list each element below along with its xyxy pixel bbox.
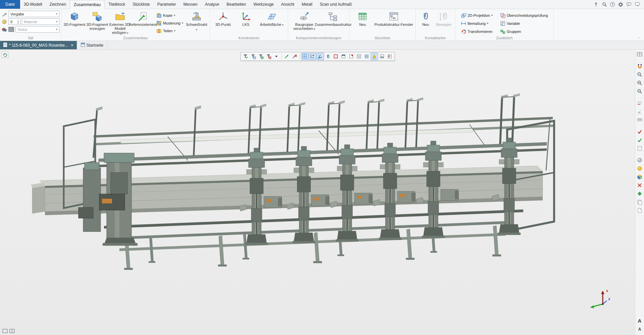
snap-half-icon[interactable]	[378, 53, 386, 60]
filter-faces-icon[interactable]	[257, 53, 265, 60]
snap-axes-icon[interactable]	[317, 53, 324, 60]
check-green-icon[interactable]	[636, 136, 644, 144]
color-swatch[interactable]	[8, 27, 14, 32]
layer-number-stepper[interactable]: 0	[8, 18, 20, 25]
snap-body-icon[interactable]	[355, 53, 363, 60]
snap-clip-icon[interactable]	[324, 53, 332, 60]
magnet-snap-icon[interactable]	[636, 62, 644, 70]
tab-stueckliste[interactable]: Stückliste	[129, 0, 153, 9]
tab-metall[interactable]: Metall	[298, 0, 316, 9]
search-icon[interactable]	[602, 2, 607, 7]
document-tab-active[interactable]: * 115-6-083_00_MAS Rosenbe... ×	[0, 41, 77, 49]
select-cancel-icon[interactable]	[291, 53, 298, 60]
file-menu-button[interactable]: Datei	[0, 0, 20, 9]
pattern-icon	[156, 20, 162, 26]
snap-edge-icon[interactable]	[340, 53, 347, 60]
filter-exclude-icon[interactable]	[265, 53, 272, 60]
tab-zeichnen[interactable]: Zeichnen	[46, 0, 70, 9]
tab-analyse[interactable]: Analyse	[201, 0, 223, 9]
zoom-out-icon[interactable]	[636, 79, 644, 87]
check-red-icon[interactable]	[636, 128, 644, 135]
3d-viewport[interactable]: x z	[0, 50, 635, 335]
filter-list-icon[interactable]	[250, 53, 257, 60]
3d-punkt-button[interactable]: 3D-Punkt	[212, 10, 234, 28]
snap-circle-icon[interactable]	[363, 53, 370, 60]
copy-pages-icon[interactable]	[636, 198, 644, 206]
externes-3d-modell-button[interactable]: Externes 3D-Modell einfügen	[109, 10, 131, 36]
view-cube-icon[interactable]	[636, 173, 644, 181]
filter-dropdown-icon[interactable]	[273, 53, 280, 60]
zoom-region-icon[interactable]	[636, 70, 644, 78]
produktstruktur-fenster-button[interactable]: Produktstruktur-Fenster	[374, 10, 414, 28]
measure-angle-icon[interactable]	[636, 107, 644, 115]
ueberschneidungspruefung-button[interactable]: Überschneidungsprüfung	[499, 12, 549, 18]
tab-zusammenbau[interactable]: Zusammenbau	[70, 0, 105, 9]
tab-ansicht[interactable]: Ansicht	[277, 0, 298, 9]
teilen-button[interactable]: Teilen	[155, 28, 184, 34]
kontakt-neu-button[interactable]: Neu	[417, 10, 434, 28]
viewport-context-button[interactable]	[2, 51, 8, 58]
close-tab-icon[interactable]: ×	[71, 43, 73, 48]
transformieren-button[interactable]: Transformieren	[460, 28, 494, 35]
stueckliste-neu-button[interactable]: Neu	[351, 10, 374, 28]
tab-scan-aufmass[interactable]: Scan und Aufmaß	[316, 0, 355, 9]
section-diamond-icon[interactable]	[636, 190, 644, 197]
snap-face-icon[interactable]	[332, 53, 339, 60]
2d-projektion-button[interactable]: 2D-Projektion	[460, 12, 494, 18]
document-page-icon[interactable]	[636, 206, 644, 214]
tab-werkzeuge[interactable]: Werkzeuge	[250, 0, 277, 9]
3d-fragment-erzeugen-button[interactable]: 3D-Fragment erzeugen	[86, 10, 109, 32]
gruppen-button[interactable]: Gruppen	[499, 28, 549, 35]
tab-titelblock[interactable]: Titelblock	[105, 0, 129, 9]
texture-select[interactable]: Textur▾	[15, 26, 59, 33]
tab-bearbeiten[interactable]: Bearbeiten	[223, 0, 250, 9]
snap-point-icon[interactable]	[309, 53, 316, 60]
snap-grid-icon[interactable]	[301, 53, 309, 60]
variable-button[interactable]: x Variable	[499, 20, 549, 27]
settings-gear-icon[interactable]	[618, 2, 623, 7]
material-ball-icon[interactable]	[636, 164, 644, 172]
schweissnaht-button[interactable]: Schweißnaht	[185, 10, 208, 33]
lks-button[interactable]: LKS	[234, 10, 257, 28]
split-view-icon[interactable]	[9, 328, 15, 334]
single-view-icon[interactable]	[2, 328, 8, 334]
musterung-button[interactable]: Musterung	[155, 20, 184, 26]
ribbon: Vorgabe▾ 0 Material▾ Textur▾ Stil 3D-Fra…	[0, 9, 644, 41]
snap-vertex-icon[interactable]	[347, 53, 355, 60]
zusammenbaustruktur-button[interactable]: Zusammenbaustruktur	[319, 10, 347, 28]
window-layout-icon[interactable]	[636, 50, 644, 58]
font-small-icon[interactable]: A	[636, 325, 644, 333]
snap-flag-icon[interactable]	[386, 53, 393, 60]
pin-icon[interactable]	[593, 2, 599, 7]
ribbon-collapse-icon[interactable]: ︿	[637, 35, 642, 40]
arbeitsflaeche-button[interactable]: Arbeitsfläche	[257, 10, 286, 28]
tab-parameter[interactable]: Parameter	[154, 0, 180, 9]
render-sphere-icon[interactable]	[636, 156, 644, 164]
material-select[interactable]: Material▾	[22, 18, 59, 25]
group-label-stueckliste: Stückliste	[350, 36, 415, 40]
sheet-icon[interactable]	[636, 144, 644, 152]
lcs-axes-icon	[240, 11, 251, 22]
style-select[interactable]: Vorgabe▾	[8, 11, 59, 17]
baugruppe-verschieben-button[interactable]: Baugruppe verschieben	[290, 10, 319, 32]
measure-dash-icon[interactable]	[636, 99, 644, 107]
bemassung-button[interactable]: Bemaßung	[460, 20, 494, 27]
home-tab[interactable]: Startseite	[77, 41, 108, 49]
chat-icon[interactable]	[635, 2, 640, 7]
kopie-button[interactable]: Kopie	[155, 12, 184, 18]
filter-settings-icon[interactable]	[242, 53, 249, 60]
kontakt-bewegen-button[interactable]: Bewegen	[434, 10, 453, 28]
tab-3d-modell[interactable]: 3D-Modell	[20, 0, 46, 9]
select-confirm-icon[interactable]	[283, 53, 290, 60]
help-icon[interactable]: ?	[610, 2, 615, 7]
ruler-grid-icon[interactable]	[636, 116, 644, 124]
assembly-model-canvas[interactable]	[0, 50, 635, 335]
tab-messen[interactable]: Messen	[180, 0, 201, 9]
snap-cone-icon[interactable]	[371, 53, 378, 60]
delete-red-cross-icon[interactable]	[636, 181, 644, 189]
feedback-comment-icon[interactable]	[626, 2, 632, 7]
3d-fragment-button[interactable]: 3D-Fragment	[63, 10, 86, 28]
font-large-icon[interactable]: A	[636, 317, 644, 325]
referenzelement-button[interactable]: Referenzelement	[131, 10, 154, 28]
zoom-extents-icon[interactable]	[636, 87, 644, 95]
